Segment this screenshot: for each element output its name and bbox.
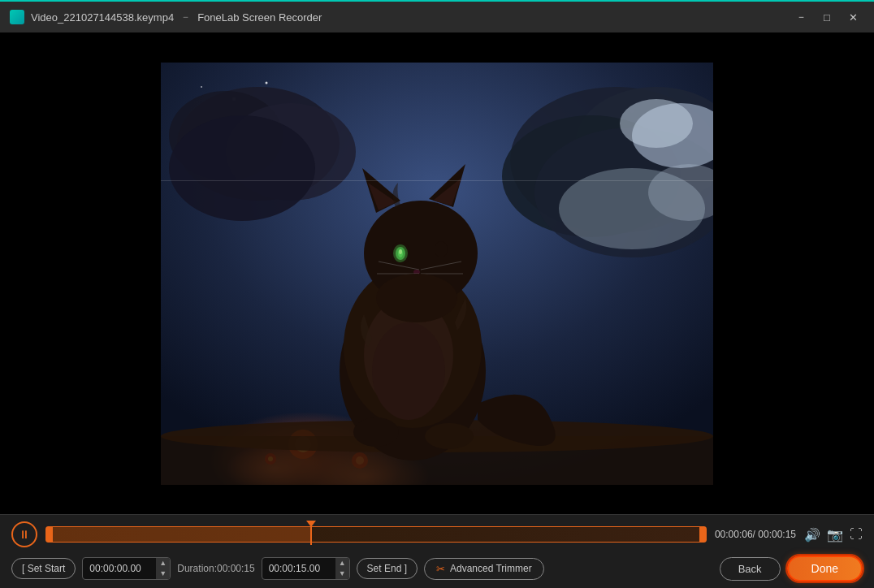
timeline-playhead[interactable]: [310, 524, 312, 545]
left-panel: [0, 32, 158, 514]
right-panel: [716, 32, 874, 514]
expand-icon: ⛶: [850, 527, 863, 542]
start-time-spinners: ▲ ▼: [156, 558, 170, 579]
cat-scene-svg: [161, 63, 713, 485]
scan-line: [161, 180, 713, 181]
back-button[interactable]: Back: [720, 557, 781, 581]
advanced-trimmer-button[interactable]: ✂ Advanced Trimmer: [424, 558, 544, 580]
svg-point-35: [372, 322, 445, 420]
time-display: 00:00:06/ 00:00:15: [715, 529, 796, 540]
start-time-input[interactable]: [83, 560, 156, 577]
svg-point-18: [620, 99, 693, 148]
player-icons: 🔊 📷 ⛶: [804, 527, 863, 543]
controls-bar: ⏸ 00:00:06/ 00:00:15 🔊 📷 ⛶ [ Set S: [0, 514, 874, 588]
volume-icon: 🔊: [804, 527, 820, 543]
svg-point-8: [201, 86, 202, 88]
minimize-button[interactable]: －: [790, 8, 812, 26]
title-bar: Video_221027144538.keymp4 － FoneLab Scre…: [0, 0, 874, 32]
end-time-spinners: ▲ ▼: [335, 558, 349, 579]
fullscreen-button[interactable]: ⛶: [850, 527, 863, 542]
end-time-group: ▲ ▼: [262, 557, 350, 580]
svg-point-52: [376, 274, 457, 322]
maximize-button[interactable]: □: [816, 8, 838, 26]
close-button[interactable]: ✕: [842, 8, 864, 26]
title-bar-left: Video_221027144538.keymp4 － FoneLab Scre…: [10, 10, 322, 24]
advanced-trimmer-label: Advanced Trimmer: [450, 563, 532, 574]
timeline-track[interactable]: [45, 526, 707, 543]
svg-point-54: [425, 423, 474, 449]
set-end-button[interactable]: Set End ]: [357, 558, 418, 579]
window-controls: － □ ✕: [790, 8, 864, 26]
done-button[interactable]: Done: [787, 556, 863, 582]
start-time-down[interactable]: ▼: [156, 569, 170, 579]
start-time-up[interactable]: ▲: [156, 558, 170, 569]
total-time: 00:00:15: [758, 529, 796, 540]
end-time-input[interactable]: [262, 560, 335, 577]
screenshot-button[interactable]: 📷: [827, 527, 843, 543]
duration-label: Duration:00:00:15: [177, 563, 254, 574]
back-label: Back: [738, 563, 762, 575]
start-time-group: ▲ ▼: [82, 557, 171, 580]
svg-point-2: [266, 81, 268, 84]
done-label: Done: [811, 562, 838, 575]
set-start-label: [ Set Start: [22, 563, 65, 574]
play-pause-button[interactable]: ⏸: [11, 521, 37, 547]
video-area[interactable]: [158, 32, 716, 514]
svg-point-45: [399, 249, 402, 254]
timeline-fill: [46, 527, 310, 542]
video-preview: [161, 63, 713, 485]
current-time: 00:00:06: [715, 529, 753, 540]
volume-button[interactable]: 🔊: [804, 527, 820, 543]
svg-point-53: [353, 417, 399, 447]
main-content: [0, 32, 874, 514]
timeline-bracket-right: [699, 527, 706, 542]
bottom-controls-row: [ Set Start ▲ ▼ Duration:00:00:15 ▲ ▼ Se…: [11, 556, 863, 582]
app-icon: [10, 10, 24, 24]
svg-point-46: [435, 241, 448, 257]
svg-point-12: [169, 115, 315, 221]
scissors-icon: ✂: [436, 563, 445, 575]
set-start-button[interactable]: [ Set Start: [11, 558, 76, 579]
title-separator: －: [180, 10, 191, 24]
end-time-up[interactable]: ▲: [335, 558, 349, 569]
app-name: FoneLab Screen Recorder: [197, 11, 322, 24]
camera-icon: 📷: [827, 527, 843, 543]
end-time-down[interactable]: ▼: [335, 569, 349, 579]
pause-icon: ⏸: [19, 528, 30, 541]
filename: Video_221027144538.keymp4: [31, 11, 174, 24]
set-end-label: Set End ]: [367, 563, 407, 574]
timeline-row: ⏸ 00:00:06/ 00:00:15 🔊 📷 ⛶: [11, 521, 863, 547]
video-frame: [161, 63, 713, 485]
